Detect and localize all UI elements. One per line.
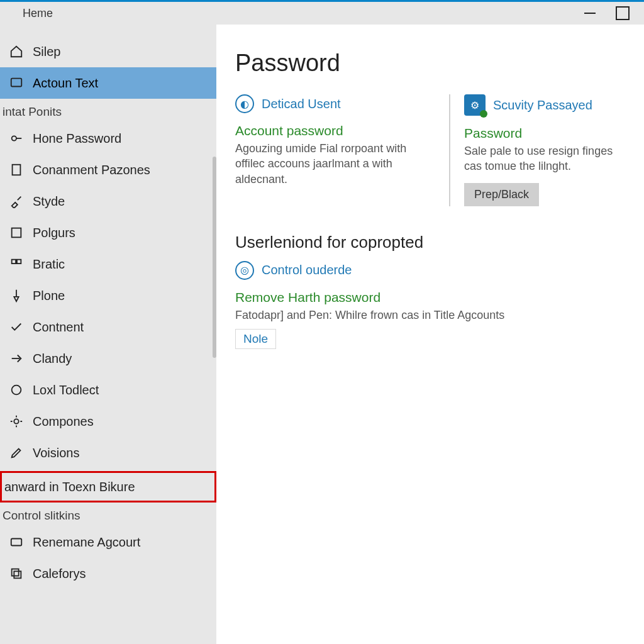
sidebar-item-caleforys[interactable]: Caleforys (0, 558, 216, 589)
sidebar-item-label: Compones (33, 414, 216, 429)
sidebar-item-label: Plone (33, 289, 216, 303)
shield-icon: ⚙ (464, 94, 486, 116)
account-icon (9, 75, 24, 91)
circle-icon (9, 382, 24, 397)
page-title: Password (235, 50, 625, 77)
sidebar-item-silep[interactable]: Silep (0, 36, 216, 67)
sidebar-item-label: Conanment Pazones (33, 163, 216, 177)
key-icon (9, 131, 24, 146)
svg-point-7 (14, 419, 18, 423)
maximize-button[interactable] (606, 4, 639, 22)
sidebar-item-hone-password[interactable]: Hone Password (0, 123, 216, 154)
remove-harth-desc: Fatodapr] and Pen: Whilre frown cas in T… (235, 308, 625, 323)
sidebar-item-label: Contnent (33, 320, 216, 335)
svg-point-6 (12, 386, 21, 395)
account-password-heading: Account password (235, 123, 436, 138)
link-label: Deticad Usent (262, 97, 341, 111)
svg-rect-3 (12, 228, 21, 238)
svg-rect-9 (12, 569, 19, 576)
sidebar-group-intat-ponits: intat Ponits (0, 99, 216, 123)
sidebar: Silep Actoun Text intat Ponits Hone Pass… (0, 25, 216, 644)
control-ouderde-link[interactable]: ◎ Control ouderde (235, 261, 625, 280)
svg-rect-2 (13, 165, 21, 175)
pin-icon (9, 288, 24, 303)
grid-icon (9, 257, 24, 272)
building-icon (9, 162, 24, 177)
account-password-desc: Agouzing umide Fial rorpoant with offile… (235, 141, 436, 187)
account-password-column: ◐ Deticad Usent Account password Agouzin… (235, 94, 449, 206)
gear-icon (9, 414, 24, 429)
titlebar: Heme (0, 2, 644, 25)
sidebar-item-label: Renemane Agcourt (33, 535, 216, 550)
sidebar-item-bratic[interactable]: Bratic (0, 248, 216, 280)
sidebar-item-clandy[interactable]: Clandy (0, 343, 216, 374)
main-content: Password ◐ Deticad Usent Account passwor… (216, 25, 644, 644)
sidebar-item-styde[interactable]: Styde (0, 186, 216, 217)
svg-rect-8 (11, 539, 22, 546)
prep-black-button[interactable]: Prep/Black (464, 183, 539, 206)
window-body: Silep Actoun Text intat Ponits Hone Pass… (0, 25, 644, 644)
sidebar-item-loxl-todlect[interactable]: Loxl Todlect (0, 374, 216, 406)
sidebar-item-contnent[interactable]: Contnent (0, 311, 216, 343)
sidebar-item-label: Voisions (33, 446, 216, 460)
square-icon (9, 225, 24, 240)
svg-rect-0 (11, 79, 22, 87)
sidebar-item-label: Clandy (33, 352, 216, 366)
sidebar-item-label: Actoun Text (33, 76, 216, 91)
link-label: Scuvity Passayed (493, 98, 592, 113)
sidebar-item-label: Styde (33, 194, 216, 209)
brush-icon (9, 194, 24, 209)
sidebar-item-voisions[interactable]: Voisions (0, 437, 216, 469)
card-icon (9, 535, 24, 550)
sidebar-item-label: Caleforys (33, 567, 216, 581)
svg-rect-10 (14, 571, 21, 578)
sidebar-item-polgurs[interactable]: Polgurs (0, 217, 216, 248)
sidebar-item-conanment-pazones[interactable]: Conanment Pazones (0, 154, 216, 186)
check-icon (9, 319, 24, 335)
copy-icon (9, 566, 24, 581)
sidebar-item-label: Hone Password (33, 131, 216, 146)
settings-window: Heme Silep Actoun Text intat Ponits H (0, 0, 644, 644)
minimize-button[interactable] (574, 4, 606, 22)
security-password-column: ⚙ Scuvity Passayed Password Sale pale to… (449, 94, 625, 206)
link-label: Control ouderde (262, 263, 352, 277)
svg-point-1 (12, 136, 16, 140)
arrow-icon (9, 351, 24, 366)
password-heading: Password (464, 126, 625, 141)
sidebar-item-renemane-agcourt[interactable]: Renemane Agcourt (0, 526, 216, 558)
sidebar-item-label: Bratic (33, 257, 216, 272)
sidebar-item-label: anward in Toexn Bikure (4, 480, 135, 494)
svg-rect-4 (12, 260, 16, 264)
scuvity-passayed-link[interactable]: ⚙ Scuvity Passayed (464, 94, 625, 116)
sidebar-item-label: Silep (33, 45, 216, 59)
password-row: ◐ Deticad Usent Account password Agouzin… (235, 94, 625, 206)
edit-icon (9, 445, 24, 460)
home-icon (9, 44, 24, 59)
svg-rect-5 (17, 260, 21, 264)
sidebar-item-label: Loxl Todlect (33, 383, 216, 397)
sidebar-item-highlighted[interactable]: anward in Toexn Bikure (0, 471, 216, 502)
target-icon: ◎ (235, 261, 254, 280)
sidebar-item-label: Polgurs (33, 226, 216, 240)
password-desc: Sale pale to use resign finges cas tomue… (464, 143, 625, 174)
sidebar-group-control-slitkins: Control slitkins (0, 502, 216, 526)
window-title: Heme (23, 7, 53, 20)
deticad-usent-link[interactable]: ◐ Deticad Usent (235, 94, 436, 113)
sidebar-item-plone[interactable]: Plone (0, 280, 216, 311)
user-circle-icon: ◐ (235, 94, 254, 113)
nole-link[interactable]: Nole (235, 329, 276, 349)
section-userleniond: Userleniond for copropted (235, 233, 625, 252)
sidebar-item-compones[interactable]: Compones (0, 406, 216, 437)
sidebar-item-actoun-text[interactable]: Actoun Text (0, 67, 216, 99)
remove-harth-heading: Remove Harth password (235, 290, 625, 305)
